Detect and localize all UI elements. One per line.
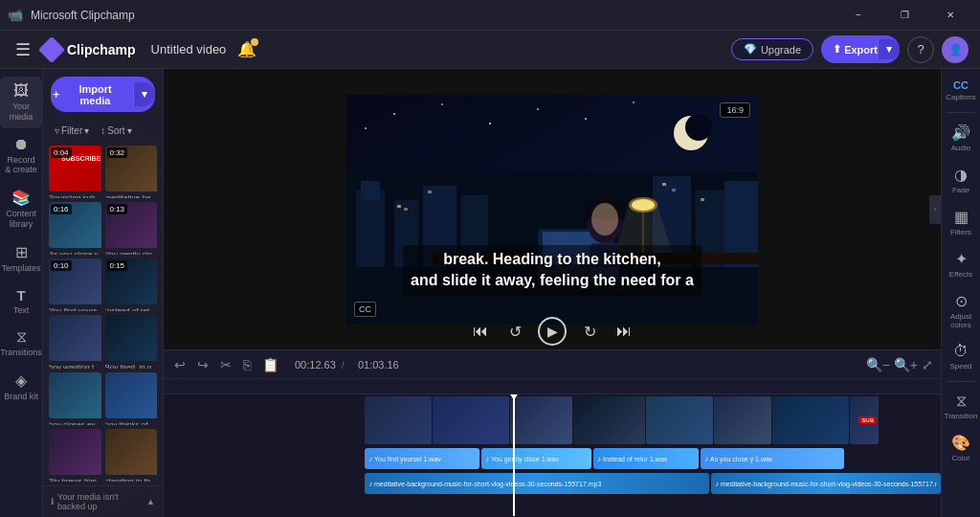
svg-point-17: [685, 114, 712, 141]
audio-clip-2[interactable]: ♪ You gently close 1.wav: [481, 448, 591, 469]
paste-button[interactable]: 📋: [259, 355, 281, 374]
bg-music-clip-1[interactable]: ♪ meditative-background-music-for-short-…: [365, 473, 709, 494]
media-item-9[interactable]: boy thinks of ...: [105, 372, 158, 425]
cut-button[interactable]: ✂: [217, 355, 234, 374]
upgrade-button[interactable]: 💎 Upgrade: [731, 38, 813, 60]
play-button[interactable]: ▶: [538, 317, 567, 346]
media-item-4[interactable]: 0:10 You find yours... ✓: [49, 258, 101, 311]
export-button[interactable]: ⬆ Export ▾: [821, 35, 900, 63]
video-clip-6[interactable]: [714, 396, 771, 444]
sidebar-item-text[interactable]: T Text: [0, 281, 42, 322]
import-dropdown-arrow[interactable]: ▾: [133, 82, 155, 106]
thumb-label-2: As you close y... ✓: [49, 250, 101, 255]
avatar[interactable]: 👤: [942, 36, 969, 63]
media-item-7[interactable]: Boy tired, in n...: [105, 315, 158, 368]
video-clip-2[interactable]: [433, 396, 509, 444]
zoom-out-button[interactable]: 🔍−: [866, 357, 890, 372]
audio-clip-3[interactable]: ♪ Instead of retur 1.wav: [593, 448, 699, 469]
info-icon: ℹ: [51, 497, 54, 506]
media-item-11[interactable]: standing in th...: [105, 429, 158, 482]
media-item-8[interactable]: boy closes ey...: [49, 372, 101, 425]
effects-tool[interactable]: ✦ Effects: [942, 245, 980, 283]
video-clip-3[interactable]: [510, 396, 572, 444]
svg-point-20: [489, 123, 491, 124]
video-clip-7[interactable]: [772, 396, 849, 444]
filter-icon: ▿: [55, 125, 59, 136]
media-item-1[interactable]: 0:32 meditative-ba...: [105, 146, 158, 198]
media-item-0[interactable]: SUBSCRIBE 0:04 Bouncing sub... ✓: [49, 146, 101, 198]
audio-tool[interactable]: 🔊 Audio: [942, 119, 980, 157]
text-icon: T: [16, 287, 25, 303]
media-item-2[interactable]: 0:16 As you close y... ✓: [49, 202, 101, 255]
fast-forward-button[interactable]: ↻: [578, 320, 601, 343]
fade-tool[interactable]: ◑ Fade: [942, 161, 980, 199]
close-button[interactable]: ✕: [928, 0, 972, 31]
sidebar-item-templates[interactable]: ⊞ Templates: [0, 237, 42, 280]
video-clip-8[interactable]: SUB: [850, 396, 879, 444]
skip-back-button[interactable]: ⏮: [469, 320, 492, 343]
help-button[interactable]: ?: [907, 36, 934, 63]
menu-button[interactable]: ☰: [11, 37, 34, 62]
svg-rect-13: [662, 183, 666, 186]
rewind-button[interactable]: ↺: [503, 320, 526, 343]
cc-button[interactable]: CC: [354, 302, 376, 317]
fit-zoom-button[interactable]: ⤢: [922, 357, 933, 372]
media-item-5[interactable]: 0:15 Instead of ret...: [105, 258, 158, 311]
audio-clips-row1: ♪ You find yoursel 1.wav ♪ You gently cl…: [365, 448, 844, 469]
thumb-label-5: Instead of ret...: [105, 306, 158, 311]
notification-icon[interactable]: 🔔: [237, 40, 256, 58]
project-title[interactable]: Untitled video: [151, 42, 227, 56]
media-panel-footer[interactable]: ℹ Your media isn't backed up ▲: [43, 485, 163, 517]
minimize-button[interactable]: −: [836, 0, 880, 31]
transition-tool[interactable]: ⧖ Transition: [942, 388, 980, 425]
adjust-colors-tool[interactable]: ⊙ Adjust colors: [942, 287, 980, 334]
svg-point-23: [633, 101, 635, 103]
sort-button[interactable]: ↕ Sort ▾: [97, 124, 135, 138]
media-item-6[interactable]: boy wanting t...: [49, 315, 101, 368]
audio-track-row-1: ♪ You find yoursel 1.wav ♪ You gently cl…: [164, 446, 941, 471]
playback-controls: ⏮ ↺ ▶ ↻ ⏭: [469, 317, 635, 346]
thumb-label-10: Biy brews him...: [49, 477, 101, 482]
svg-rect-15: [701, 198, 704, 201]
media-item-3[interactable]: 0:13 You gently clo...: [105, 202, 158, 255]
sidebar-item-content-library[interactable]: 📚 Content library: [0, 183, 42, 236]
bg-music-clip-2[interactable]: ♪ meditative-background-music-for-short-…: [711, 473, 941, 494]
sidebar-item-record-create[interactable]: ⏺ Record & create: [0, 130, 42, 182]
audio-clip-1[interactable]: ♪ You find yoursel 1.wav: [365, 448, 479, 469]
time-separator: /: [342, 359, 345, 371]
note-icon: ♪: [597, 455, 601, 463]
aspect-ratio-badge[interactable]: 16:9: [720, 102, 750, 118]
speed-tool[interactable]: ⏱ Speed: [942, 338, 980, 375]
video-clip-5[interactable]: [646, 396, 713, 444]
playhead[interactable]: [513, 394, 515, 516]
captions-tool[interactable]: CC Captions: [942, 75, 980, 106]
panel-collapse-button[interactable]: ›: [929, 195, 941, 224]
logo: Clipchamp: [42, 40, 136, 59]
filter-button[interactable]: ▿ Filter ▾: [51, 124, 93, 138]
video-clip-4[interactable]: [573, 396, 645, 444]
svg-rect-3: [361, 181, 380, 200]
skip-forward-button[interactable]: ⏭: [612, 320, 635, 343]
video-clip-1[interactable]: [365, 396, 432, 444]
filters-tool[interactable]: ▦ Filters: [942, 203, 980, 241]
playhead-triangle: [509, 394, 519, 400]
sidebar-item-transitions[interactable]: ⧖ Transitions: [0, 323, 42, 364]
tracks-area: SUB ♪ You find yoursel 1.wav: [164, 394, 941, 516]
zoom-in-button[interactable]: 🔍+: [894, 357, 918, 372]
sidebar-item-your-media[interactable]: 🖼 Your media: [0, 77, 42, 128]
sidebar-item-brand-kit[interactable]: ◈ Brand kit: [0, 366, 42, 408]
copy-button[interactable]: ⎘: [240, 355, 254, 374]
export-dropdown-arrow[interactable]: ▾: [878, 39, 900, 59]
import-media-button[interactable]: ＋ Import media ▾: [51, 77, 155, 112]
restore-button[interactable]: ❐: [882, 0, 926, 31]
svg-point-18: [393, 113, 395, 115]
color-tool[interactable]: 🎨 Color: [942, 429, 980, 467]
titlebar: 📹 Microsoft Clipchamp − ❐ ✕: [0, 0, 980, 31]
bg-music-clips: ♪ meditative-background-music-for-short-…: [365, 473, 941, 494]
undo-button[interactable]: ↩: [171, 355, 189, 374]
media-item-10[interactable]: Biy brews him...: [49, 429, 101, 482]
redo-button[interactable]: ↪: [194, 355, 212, 374]
audio-clip-4[interactable]: ♪ As you close y 1.wav: [701, 448, 844, 469]
ruler-labels: 0:00 0:05 0:10 0:15 0:20 0:25 0:30 0:35 …: [365, 379, 941, 393]
timeline-ruler: 0:00 0:05 0:10 0:15 0:20 0:25 0:30 0:35 …: [164, 379, 941, 394]
